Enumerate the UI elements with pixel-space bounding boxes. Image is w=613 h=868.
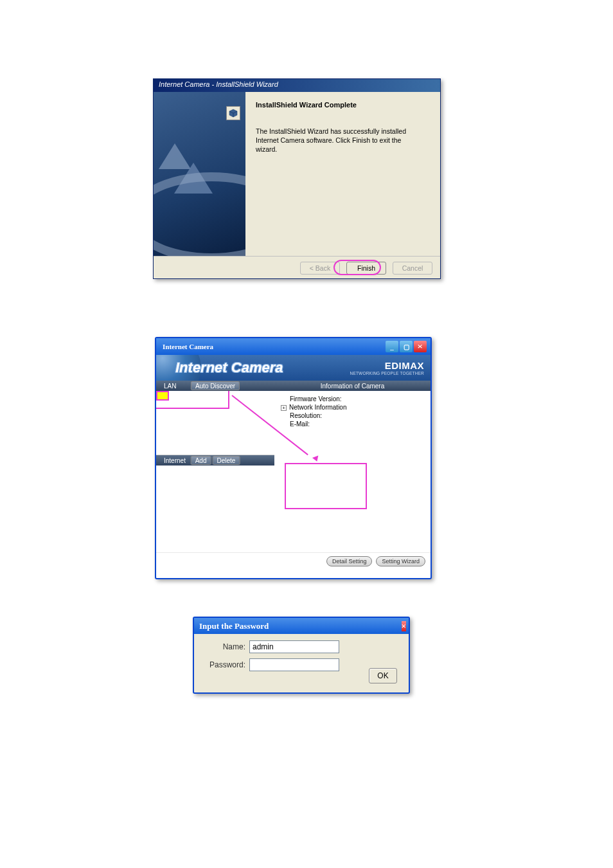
installshield-heading: InstallShield Wizard Complete (256, 101, 430, 109)
info-email: E-Mail: (281, 420, 424, 428)
ok-button[interactable]: OK (369, 668, 397, 683)
ic-titlebar: Internet Camera _ ▢ × (156, 338, 431, 355)
internet-header: Internet Add Delete (156, 455, 274, 466)
pwd-titlebar: Input the Password × (194, 618, 409, 634)
installshield-content: InstallShield Wizard Complete The Instal… (245, 92, 440, 256)
info-network[interactable]: +Network Information (281, 403, 424, 411)
expand-icon[interactable]: + (281, 405, 287, 411)
finish-button[interactable]: Finish (346, 262, 386, 275)
ic-window-title: Internet Camera (163, 343, 213, 350)
box-icon (226, 106, 240, 120)
internet-list[interactable] (156, 466, 274, 552)
auto-discover-button[interactable]: Auto Discover (191, 381, 240, 390)
lan-header: LAN Auto Discover (156, 381, 274, 391)
installshield-button-row: < Back Finish Cancel (154, 256, 440, 279)
annotation-highlight (156, 391, 169, 401)
info-header: Information of Camera (274, 381, 431, 391)
detail-setting-button[interactable]: Detail Setting (326, 556, 373, 566)
ic-banner: Internet Camera EDIMAX NETWORKING PEOPLE… (156, 355, 431, 381)
setting-wizard-button[interactable]: Setting Wizard (376, 556, 425, 566)
installshield-window: Internet Camera - InstallShield Wizard I… (153, 78, 441, 279)
ic-bottom-row: Detail Setting Setting Wizard (156, 552, 431, 569)
name-field[interactable] (249, 640, 339, 653)
password-label: Password: (202, 660, 249, 669)
info-resolution: Resolution: (281, 411, 424, 420)
name-label: Name: (202, 642, 249, 651)
cancel-button: Cancel (393, 262, 432, 275)
lan-label: LAN (156, 383, 184, 390)
ic-banner-title: Internet Camera (175, 359, 283, 376)
internet-camera-window: Internet Camera _ ▢ × Internet Camera ED… (155, 337, 432, 579)
internet-label: Internet (156, 457, 193, 464)
minimize-button[interactable]: _ (386, 341, 398, 352)
pwd-title: Input the Password (199, 621, 269, 631)
add-button[interactable]: Add (191, 456, 211, 465)
close-button[interactable]: × (402, 621, 406, 631)
info-panel: Firmware Version: +Network Information R… (274, 391, 431, 552)
installshield-side-graphic (154, 92, 245, 256)
annotation-rect (285, 463, 367, 509)
lan-list[interactable] (156, 391, 274, 455)
password-field[interactable] (249, 658, 339, 671)
info-firmware: Firmware Version: (281, 395, 424, 403)
installshield-text: The InstallShield Wizard has successfull… (256, 127, 423, 154)
annotation-arrow-head (312, 456, 320, 463)
delete-button[interactable]: Delete (212, 456, 240, 465)
brand-logo: EDIMAX NETWORKING PEOPLE TOGETHER (350, 360, 424, 375)
installshield-titlebar: Internet Camera - InstallShield Wizard (154, 79, 440, 92)
password-dialog: Input the Password × Name: Password: OK (193, 617, 410, 694)
maximize-button[interactable]: ▢ (400, 341, 413, 352)
close-button[interactable]: × (414, 341, 427, 352)
back-button: < Back (300, 262, 340, 275)
